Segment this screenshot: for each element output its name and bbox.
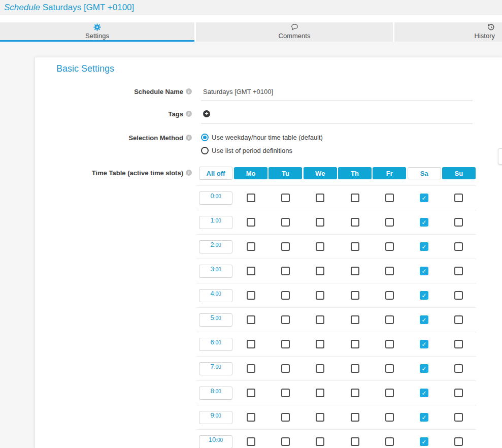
day-button-th[interactable]: Th <box>338 167 372 179</box>
checkbox-8-mo[interactable] <box>247 389 255 397</box>
checkbox-0-tu[interactable] <box>281 194 290 202</box>
checkbox-0-su[interactable] <box>454 194 463 202</box>
checkbox-4-tu[interactable] <box>281 291 290 300</box>
checkbox-4-th[interactable] <box>351 291 359 300</box>
checkbox-10-su[interactable] <box>454 437 463 446</box>
tags-input[interactable] <box>201 105 473 123</box>
time-button-1-00[interactable]: 1:00 <box>199 216 232 229</box>
checkbox-2-fr[interactable] <box>385 242 394 251</box>
checkbox-0-mo[interactable] <box>247 194 255 202</box>
option-use-timetable[interactable]: Use weekday/hour time table (default) <box>201 134 473 141</box>
checkbox-4-we[interactable] <box>316 291 324 300</box>
checkbox-9-fr[interactable] <box>385 413 394 422</box>
checkbox-10-tu[interactable] <box>281 437 290 446</box>
checkbox-3-mo[interactable] <box>247 267 255 275</box>
checkbox-8-sa[interactable] <box>420 389 428 397</box>
checkbox-6-th[interactable] <box>351 340 359 348</box>
checkbox-5-sa[interactable] <box>420 315 428 324</box>
checkbox-6-su[interactable] <box>454 340 463 348</box>
checkbox-8-su[interactable] <box>454 389 463 397</box>
checkbox-5-tu[interactable] <box>281 315 290 324</box>
option-use-periods[interactable]: Use list of period definitions <box>201 147 473 154</box>
time-button-7-00[interactable]: 7:00 <box>199 362 232 375</box>
checkbox-3-su[interactable] <box>454 267 463 275</box>
checkbox-1-th[interactable] <box>351 218 359 227</box>
checkbox-6-we[interactable] <box>316 340 324 348</box>
time-button-0-00[interactable]: 0:00 <box>199 191 232 205</box>
checkbox-6-fr[interactable] <box>385 340 394 348</box>
checkbox-10-sa[interactable] <box>420 437 428 446</box>
all-off-button[interactable]: All off <box>199 167 232 180</box>
checkbox-3-we[interactable] <box>316 267 324 275</box>
tab-history[interactable]: History <box>394 22 502 42</box>
checkbox-9-tu[interactable] <box>281 413 290 422</box>
checkbox-2-tu[interactable] <box>281 242 290 251</box>
info-icon[interactable] <box>186 135 192 141</box>
checkbox-7-tu[interactable] <box>281 364 290 373</box>
checkbox-9-su[interactable] <box>454 413 463 422</box>
day-button-we[interactable]: We <box>304 167 337 179</box>
checkbox-5-mo[interactable] <box>247 315 255 324</box>
add-tag-button[interactable] <box>203 110 210 117</box>
tab-settings[interactable]: Settings <box>0 22 194 42</box>
checkbox-1-su[interactable] <box>454 218 463 227</box>
day-button-sa[interactable]: Sa <box>408 167 441 179</box>
checkbox-1-tu[interactable] <box>281 218 290 227</box>
checkbox-10-th[interactable] <box>351 437 359 446</box>
info-icon[interactable] <box>186 170 192 176</box>
checkbox-2-su[interactable] <box>454 242 463 251</box>
checkbox-8-fr[interactable] <box>385 389 394 397</box>
checkbox-1-mo[interactable] <box>247 218 255 227</box>
checkbox-6-sa[interactable] <box>420 340 428 348</box>
checkbox-0-fr[interactable] <box>385 194 394 202</box>
time-button-2-00[interactable]: 2:00 <box>199 240 232 253</box>
time-button-3-00[interactable]: 3:00 <box>199 265 232 278</box>
radio-use-periods[interactable] <box>201 147 209 154</box>
checkbox-2-sa[interactable] <box>420 242 428 251</box>
checkbox-7-mo[interactable] <box>247 364 255 373</box>
checkbox-9-mo[interactable] <box>247 413 255 422</box>
checkbox-0-th[interactable] <box>351 194 359 202</box>
time-button-4-00[interactable]: 4:00 <box>199 289 232 302</box>
checkbox-7-su[interactable] <box>454 364 463 373</box>
checkbox-4-su[interactable] <box>454 291 463 300</box>
checkbox-5-we[interactable] <box>316 315 324 324</box>
checkbox-3-th[interactable] <box>351 267 359 275</box>
checkbox-8-we[interactable] <box>316 389 324 397</box>
time-button-6-00[interactable]: 6:00 <box>199 338 232 351</box>
checkbox-3-tu[interactable] <box>281 267 290 275</box>
info-icon[interactable] <box>186 111 192 117</box>
checkbox-4-mo[interactable] <box>247 291 255 300</box>
checkbox-5-th[interactable] <box>351 315 359 324</box>
info-icon[interactable] <box>186 88 192 94</box>
checkbox-8-tu[interactable] <box>281 389 290 397</box>
checkbox-7-th[interactable] <box>351 364 359 373</box>
checkbox-1-fr[interactable] <box>385 218 394 227</box>
checkbox-5-fr[interactable] <box>385 315 394 324</box>
checkbox-7-sa[interactable] <box>420 364 428 373</box>
checkbox-8-th[interactable] <box>351 389 359 397</box>
checkbox-1-we[interactable] <box>316 218 324 227</box>
tab-comments[interactable]: Comments <box>196 22 393 42</box>
side-panel-handle[interactable] <box>498 148 502 165</box>
checkbox-0-we[interactable] <box>316 194 324 202</box>
checkbox-2-mo[interactable] <box>247 242 255 251</box>
radio-use-timetable[interactable] <box>201 134 209 141</box>
checkbox-9-th[interactable] <box>351 413 359 422</box>
checkbox-1-sa[interactable] <box>420 218 428 227</box>
checkbox-9-sa[interactable] <box>420 413 428 422</box>
checkbox-2-we[interactable] <box>316 242 324 251</box>
checkbox-10-we[interactable] <box>316 437 324 446</box>
checkbox-4-sa[interactable] <box>420 291 428 300</box>
day-button-mo[interactable]: Mo <box>234 167 267 179</box>
checkbox-6-mo[interactable] <box>247 340 255 348</box>
checkbox-5-su[interactable] <box>454 315 463 324</box>
checkbox-10-fr[interactable] <box>385 437 394 446</box>
day-button-su[interactable]: Su <box>442 167 476 179</box>
checkbox-4-fr[interactable] <box>385 291 394 300</box>
checkbox-7-fr[interactable] <box>385 364 394 373</box>
checkbox-9-we[interactable] <box>316 413 324 422</box>
day-button-fr[interactable]: Fr <box>373 167 406 179</box>
time-button-5-00[interactable]: 5:00 <box>199 313 232 327</box>
checkbox-0-sa[interactable] <box>420 194 428 202</box>
